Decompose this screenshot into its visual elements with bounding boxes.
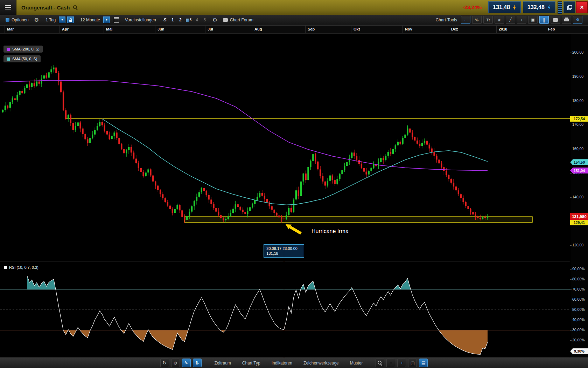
axis-tick-mark [570, 101, 572, 101]
restore-window-button[interactable] [564, 1, 575, 13]
voreinstellungen-button[interactable]: Voreinstellungen [122, 16, 159, 23]
preset-gear-icon[interactable]: ⚙ [211, 17, 219, 23]
preset-button-2[interactable]: 2 [177, 17, 184, 23]
restore-icon [567, 5, 572, 10]
rsi-canvas[interactable] [0, 261, 570, 357]
optionen-button[interactable]: Optionen [3, 16, 31, 23]
trendline-icon[interactable]: ╱ [506, 16, 515, 24]
mini-scrollbar[interactable] [558, 1, 562, 14]
axis-tick-mark [570, 279, 572, 280]
crosshair-tooltip: 30.08.17 23:00:00 131,18 [264, 244, 304, 258]
zoom-out-icon[interactable]: − [386, 359, 395, 367]
chevron-down-icon[interactable]: ▼ [103, 16, 110, 23]
calendar-icon[interactable] [114, 17, 119, 23]
axis-tick-mark [570, 77, 572, 77]
draw-pencil-icon[interactable]: ✎ [182, 359, 191, 367]
print-icon[interactable] [562, 16, 571, 24]
axis-tick-mark [570, 125, 572, 125]
sma50-legend-label: SMA (50, 0, S) [12, 57, 37, 61]
chart-forum-button[interactable]: Chart Forum [220, 16, 256, 23]
month-tick [496, 26, 497, 33]
chart-settings-icon[interactable]: ⚙ [573, 16, 582, 24]
pan-vertical-icon[interactable]: ⇅ [193, 359, 202, 367]
month-tick [546, 26, 546, 33]
buy-price-button[interactable]: 132,48 [523, 1, 555, 13]
undo-icon[interactable]: ← [461, 16, 470, 24]
fit-chart-icon[interactable]: ▢ [408, 359, 417, 367]
crosshair-line [284, 34, 284, 357]
month-tick [205, 26, 205, 33]
timeframe-dropdown[interactable]: 1 Tag ▼ [42, 16, 65, 23]
bottom-menu-chart-typ[interactable]: Chart Typ [238, 359, 265, 367]
close-button[interactable]: × [576, 1, 588, 13]
sell-bolt-icon [513, 5, 516, 11]
buy-bolt-icon [547, 5, 551, 11]
axis-tick-label: 160,00 [572, 146, 583, 151]
axis-tick-label: 60,00% [572, 297, 585, 301]
preset-button-1[interactable]: 1 [169, 17, 176, 23]
time-axis[interactable]: MärAprMaiJunJulAugSepOktNovDez2018Feb [0, 25, 588, 34]
chat-bubble-icon [223, 18, 228, 22]
zoom-in-icon[interactable]: + [397, 359, 406, 367]
lock-icon [69, 20, 72, 22]
month-label-jul: Jul [208, 27, 213, 31]
reset-chart-icon[interactable]: ↻ [160, 359, 169, 367]
month-tick [59, 26, 60, 33]
sma200-legend[interactable]: SMA (200, 0, S) [4, 46, 43, 53]
month-label-mai: Mai [106, 27, 112, 31]
axis-tick-mark [570, 245, 572, 246]
comment-icon [553, 18, 558, 22]
comment-icon[interactable] [551, 16, 560, 24]
keyboard-icon[interactable]: ▤ [419, 359, 428, 367]
month-label-jun: Jun [158, 27, 164, 31]
preset-button-5[interactable]: 5 [201, 17, 208, 23]
print-icon [564, 19, 569, 21]
search-icon[interactable] [73, 0, 78, 15]
price-badge-17254: 172,54 [570, 116, 588, 122]
trading-app-window: Orangensaft - Cash -23,24% 131,48 132,48… [0, 0, 588, 368]
bottom-menu-zeitraum[interactable]: Zeitraum [210, 359, 236, 367]
crosshair-icon[interactable]: + [517, 16, 526, 24]
font-size-icon[interactable]: Tt [483, 16, 493, 24]
optionen-icon [6, 18, 9, 22]
axis-tick-mark [570, 197, 572, 198]
month-label-feb: Feb [548, 27, 555, 31]
preset-button-s[interactable]: S [162, 16, 168, 23]
range-dropdown[interactable]: 12 Monate ▼ [77, 16, 110, 23]
instrument-title: Orangensaft - Cash [16, 0, 73, 15]
rsi-axis[interactable]: 90,00%80,00%70,00%60,00%50,00%40,00%30,0… [570, 261, 588, 357]
axis-tick-mark [570, 149, 572, 149]
preset-button-4[interactable]: 4 [194, 17, 200, 23]
chevron-down-icon[interactable]: ▼ [59, 16, 65, 23]
axis-tick-label: 50,00% [572, 307, 585, 312]
zoom-icon [377, 360, 383, 366]
compare-icon[interactable]: ▣ [528, 16, 538, 24]
axis-tick-mark [570, 340, 572, 341]
bottom-menu-muster[interactable]: Muster [345, 359, 368, 367]
preset-button-3[interactable]: 3 [185, 17, 193, 22]
rsi-legend[interactable]: RSI (10, 0.7, 0.3) [4, 265, 38, 270]
axis-tick-label: 40,00% [572, 318, 585, 322]
hamburger-menu-icon[interactable] [0, 0, 16, 15]
zoom-icon[interactable] [376, 359, 384, 367]
month-tick [155, 26, 155, 33]
month-label-2018: 2018 [499, 27, 507, 31]
bottom-menu-indikatoren[interactable]: Indikatoren [267, 359, 297, 367]
price-chart-canvas[interactable] [0, 34, 570, 261]
month-tick [252, 26, 252, 33]
price-badge-131980: 131,980 [570, 213, 588, 220]
axis-tick-label: 70,00% [572, 287, 585, 291]
titlebar-spacer [78, 0, 463, 15]
axis-tick-mark [570, 289, 572, 290]
candlestick-type-icon[interactable]: ║ [539, 16, 549, 24]
grid-icon[interactable]: # [495, 16, 504, 24]
percent-scale-icon[interactable]: % [472, 16, 482, 24]
price-badge-15104: 151,04 [570, 168, 588, 173]
sma50-legend[interactable]: SMA (50, 0, S) [4, 55, 41, 62]
price-axis[interactable]: 200,00190,00180,00170,00160,00150,00140,… [570, 34, 588, 261]
bottom-menu-zeichenwerkzeuge[interactable]: Zeichenwerkzeuge [299, 359, 343, 367]
sell-price-button[interactable]: 131,48 [488, 1, 521, 13]
disable-drawing-icon[interactable]: ⊘ [171, 359, 180, 367]
options-gear-icon[interactable]: ⚙ [33, 17, 41, 23]
lock-timeframe-button[interactable] [67, 16, 74, 23]
